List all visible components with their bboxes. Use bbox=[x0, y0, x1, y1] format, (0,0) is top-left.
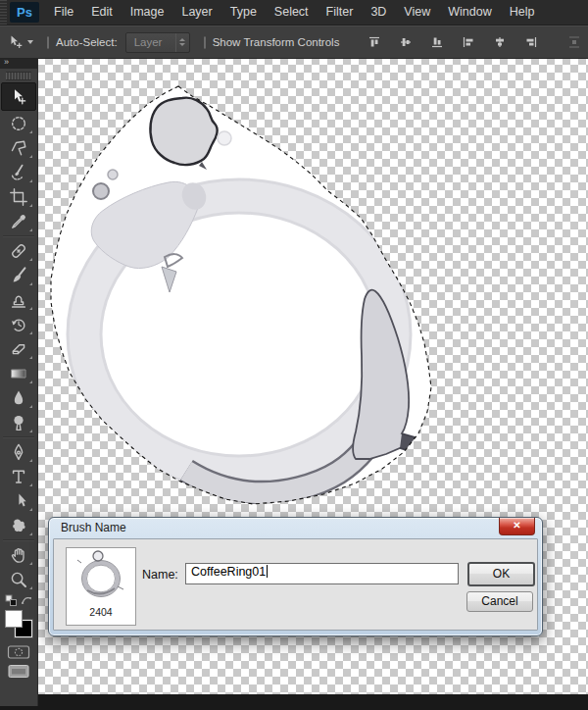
menu-3d[interactable]: 3D bbox=[362, 0, 395, 25]
menu-window[interactable]: Window bbox=[439, 0, 500, 25]
panel-drag-grip[interactable] bbox=[6, 72, 31, 80]
brush-preview-coffee-ring-icon bbox=[68, 548, 134, 605]
swap-colors-icon[interactable] bbox=[21, 594, 32, 606]
tool-quick-selection[interactable] bbox=[2, 160, 35, 184]
quick-mask-icon bbox=[7, 644, 30, 660]
tools-panel: » bbox=[0, 57, 38, 706]
tool-path-selection[interactable] bbox=[2, 488, 35, 513]
brush-size-label: 2404 bbox=[67, 606, 135, 618]
menu-help[interactable]: Help bbox=[501, 0, 544, 25]
brush-name-value: CoffeeRing01 bbox=[191, 565, 266, 579]
tool-preset-caret-icon[interactable] bbox=[27, 40, 33, 44]
menu-view[interactable]: View bbox=[395, 0, 439, 25]
screen-mode-icon bbox=[7, 663, 30, 681]
tool-gradient[interactable] bbox=[2, 361, 35, 385]
screen-mode-button[interactable] bbox=[2, 663, 35, 681]
layer-select-dropdown[interactable]: Layer bbox=[125, 32, 190, 53]
selection-marching-ants bbox=[51, 86, 431, 504]
color-swatches bbox=[5, 610, 34, 641]
tool-healing-brush[interactable] bbox=[2, 238, 35, 263]
tool-history-brush[interactable] bbox=[2, 312, 35, 336]
move-tool-icon[interactable] bbox=[8, 34, 24, 50]
options-bar: Auto-Select: Layer Show Transform Contro… bbox=[0, 25, 588, 59]
show-transform-checkbox[interactable] bbox=[204, 36, 206, 49]
name-field-label: Name: bbox=[142, 568, 178, 582]
text-caret bbox=[267, 565, 268, 578]
menu-file[interactable]: File bbox=[45, 0, 82, 25]
tool-eraser[interactable] bbox=[2, 336, 35, 361]
tool-polygonal-lasso[interactable] bbox=[2, 135, 35, 160]
status-bar bbox=[0, 694, 588, 710]
photoshop-logo: Ps bbox=[10, 2, 39, 23]
menu-type[interactable]: Type bbox=[221, 0, 266, 25]
align-horizontal-centers-icon[interactable] bbox=[492, 34, 508, 50]
cancel-button[interactable]: Cancel bbox=[466, 591, 533, 612]
tool-elliptical-marquee[interactable] bbox=[2, 111, 35, 135]
align-right-edges-icon[interactable] bbox=[523, 34, 539, 50]
menu-edit[interactable]: Edit bbox=[82, 0, 122, 25]
align-top-edges-icon[interactable] bbox=[367, 34, 382, 50]
menu-filter[interactable]: Filter bbox=[318, 0, 363, 25]
tool-eyedropper[interactable] bbox=[2, 209, 35, 233]
menu-select[interactable]: Select bbox=[266, 0, 318, 25]
foreground-color-swatch[interactable] bbox=[5, 610, 23, 628]
color-mini-controls bbox=[0, 591, 37, 609]
tool-brush[interactable] bbox=[2, 263, 35, 287]
dialog-body: 2404 Name: CoffeeRing01 OK Cancel bbox=[53, 538, 538, 631]
brush-preview: 2404 bbox=[66, 547, 136, 626]
tool-zoom[interactable] bbox=[2, 567, 35, 591]
tool-hand[interactable] bbox=[2, 542, 35, 567]
align-bottom-edges-icon[interactable] bbox=[429, 34, 445, 50]
brush-name-dialog: Brush Name ✕ 2404 Name: CoffeeRing01 OK … bbox=[48, 517, 543, 636]
divider bbox=[3, 436, 34, 437]
auto-select-label: Auto-Select: bbox=[56, 36, 118, 48]
distribute-icon-1 bbox=[566, 34, 582, 50]
align-left-edges-icon[interactable] bbox=[461, 34, 476, 50]
brush-name-input[interactable]: CoffeeRing01 bbox=[185, 563, 459, 584]
tool-type[interactable] bbox=[2, 464, 35, 488]
menu-bar: Ps File Edit Image Layer Type Select Fil… bbox=[0, 0, 588, 25]
quick-mask-button[interactable] bbox=[2, 644, 35, 660]
menu-layer[interactable]: Layer bbox=[172, 0, 220, 25]
layer-select-value: Layer bbox=[126, 36, 175, 48]
dropdown-spinner-icon bbox=[175, 33, 189, 52]
tool-blur[interactable] bbox=[2, 385, 35, 410]
tool-move[interactable] bbox=[1, 82, 36, 111]
tool-crop[interactable] bbox=[2, 184, 35, 209]
close-icon[interactable]: ✕ bbox=[499, 518, 535, 535]
divider bbox=[3, 539, 34, 540]
dialog-title[interactable]: Brush Name bbox=[61, 521, 126, 534]
menu-image[interactable]: Image bbox=[122, 0, 173, 25]
tool-pen[interactable] bbox=[2, 439, 35, 464]
default-colors-icon[interactable] bbox=[5, 594, 18, 607]
panel-grip bbox=[0, 0, 7, 25]
tool-clone-stamp[interactable] bbox=[2, 287, 35, 312]
show-transform-label: Show Transform Controls bbox=[213, 36, 340, 48]
tool-dodge[interactable] bbox=[2, 410, 35, 434]
divider bbox=[3, 235, 34, 236]
ok-button[interactable]: OK bbox=[467, 562, 535, 586]
photoshop-window: Ps File Edit Image Layer Type Select Fil… bbox=[0, 0, 588, 710]
tool-custom-shape[interactable] bbox=[2, 513, 35, 537]
auto-select-checkbox[interactable] bbox=[47, 36, 49, 49]
align-vertical-centers-icon[interactable] bbox=[398, 34, 414, 50]
